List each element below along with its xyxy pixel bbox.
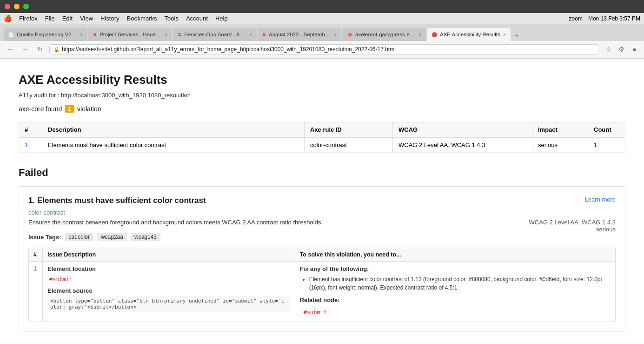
results-table: # Description Axe rule ID WCAG Impact Co… [19, 122, 625, 153]
issue-col-desc: Issue Description [43, 248, 295, 262]
tab-close-1[interactable]: × [80, 32, 83, 37]
violation-badge: 1 [65, 105, 74, 113]
issue-tag-wcag2aa: wcag2aa [97, 233, 127, 241]
tab-icon-so: ✖ [178, 32, 181, 37]
menubar-help[interactable]: Help [215, 15, 228, 22]
issue-tags-row: Issue Tags: cat.color wcag2aa wcag143 [28, 233, 616, 241]
cell-axe-rule: color-contrast [305, 137, 393, 153]
tab-title-6: AXE Accessibility Results [440, 32, 500, 37]
fix-item: Element has insufficient color contrast … [309, 275, 611, 292]
issue-tag-wcag143: wcag143 [131, 233, 160, 241]
tab-services-ops[interactable]: ✖ Services Ops Board - Agile Bo... × [173, 28, 257, 41]
forward-button[interactable]: → [20, 44, 31, 55]
tab-icon-ps: ✖ [93, 32, 97, 37]
issue-row-fix: Fix any of the following: Element has in… [295, 262, 615, 322]
page-title: AXE Accessibility Results [19, 73, 625, 87]
tab-august[interactable]: ✖ August 2022 - September 202... × [258, 28, 341, 41]
summary-prefix: axe-core found [19, 105, 62, 113]
violation-description: Ensures the contrast between foreground … [28, 219, 520, 226]
page-content: AXE Accessibility Results A11y audit for… [0, 59, 644, 344]
violation-number: 1. [28, 196, 35, 205]
col-header-wcag: WCAG [393, 122, 532, 138]
window-chrome [0, 0, 644, 13]
table-row: 1 Elements must have sufficient color co… [19, 137, 625, 153]
tab-close-5[interactable]: × [418, 32, 421, 37]
col-header-desc: Description [42, 122, 305, 138]
audit-url: A11y audit for : http://localhost:3000_w… [19, 92, 625, 99]
tab-quality-engineering[interactable]: 📄 Quality Engineering V2MOM 20... × [4, 28, 87, 41]
menubar-bookmarks[interactable]: Bookmarks [127, 15, 157, 22]
address-bar[interactable]: 🔒 https://sadeesh-sdet.github.io/Report_… [49, 44, 599, 54]
tab-title-4: August 2022 - September 202... [269, 32, 331, 37]
element-source-code: <button type="button" class="btn btn-pri… [47, 296, 290, 312]
refresh-button[interactable]: ↻ [34, 44, 46, 55]
menubar-right: zoom Mon 13 Feb 3:57 PM [569, 15, 640, 22]
tab-close-3[interactable]: × [249, 32, 252, 37]
summary-suffix: violation [77, 105, 101, 113]
nav-actions: ☆ ⚙ ≡ [603, 44, 639, 54]
traffic-lights [5, 4, 29, 9]
extensions-button[interactable]: ⚙ [616, 44, 626, 54]
os-menubar: 🍎 Firefox File Edit View History Bookmar… [0, 13, 644, 24]
issue-table-header-row: # Issue Description To solve this violat… [29, 248, 616, 262]
learn-more-link[interactable]: Learn more [585, 196, 616, 203]
issue-tag-catcolor: cat.color [65, 233, 93, 241]
failed-heading: Failed [19, 167, 625, 179]
table-header-row: # Description Axe rule ID WCAG Impact Co… [19, 122, 625, 138]
back-button[interactable]: ← [5, 44, 16, 55]
tab-icon-gh: 🐙 [347, 32, 352, 37]
violation-title: 1. Elements must have sufficient color c… [28, 196, 206, 205]
menubar-account[interactable]: Account [186, 15, 208, 22]
cell-count: 1 [588, 137, 625, 153]
audit-url-value: http://localhost:3000_with_1920,1080_res… [61, 92, 191, 99]
tab-title-5: axelerant-qa/cypress-e2e-auto... [355, 32, 416, 37]
issue-col-num: # [29, 248, 43, 262]
cell-impact: serious [532, 137, 588, 153]
issue-table-row: 1 Element location #submit Element sourc… [29, 262, 616, 322]
menubar-firefox[interactable]: Firefox [19, 15, 38, 22]
issue-col-fix: To solve this violation, you need to... [295, 248, 615, 262]
issue-row-desc: Element location #submit Element source … [43, 262, 295, 322]
apple-menu[interactable]: 🍎 [4, 15, 12, 22]
menubar-history[interactable]: History [100, 15, 119, 22]
new-tab-button[interactable]: + [511, 30, 523, 41]
violation-summary: axe-core found 1 violation [19, 105, 625, 113]
col-header-count: Count [588, 122, 625, 138]
cell-description: Elements must have sufficient color cont… [42, 137, 305, 153]
menubar-view[interactable]: View [80, 15, 93, 22]
element-location-code: #submit [47, 275, 75, 283]
tab-close-6[interactable]: × [503, 32, 506, 37]
element-source-label: Element source [47, 287, 290, 294]
violation-severity: serious [529, 226, 616, 233]
cell-wcag: WCAG 2 Level AA, WCAG 1.4.3 [393, 137, 532, 153]
fix-label: Fix any of the following: [300, 265, 611, 272]
close-button[interactable] [5, 4, 10, 9]
address-text: https://sadeesh-sdet.github.io/Report_al… [62, 46, 595, 53]
menubar-tools[interactable]: Tools [165, 15, 179, 22]
violation-wcag-info: WCAG 2 Level AA, WCAG 1.4.3 [529, 219, 616, 226]
tab-title-3: Services Ops Board - Agile Bo... [184, 32, 246, 37]
minimize-button[interactable] [14, 4, 20, 9]
tab-axelerant[interactable]: 🐙 axelerant-qa/cypress-e2e-auto... × [342, 28, 426, 41]
tab-icon-axe: 🔴 [432, 32, 437, 37]
issue-table: # Issue Description To solve this violat… [28, 248, 616, 322]
menubar-edit[interactable]: Edit [62, 15, 73, 22]
violation-title-text: Elements must have sufficient color cont… [37, 196, 206, 205]
bookmark-star-button[interactable]: ☆ [603, 44, 613, 54]
issue-tags-label: Issue Tags: [28, 234, 61, 241]
datetime-label: Mon 13 Feb 3:57 PM [588, 15, 640, 22]
browser-chrome: 📄 Quality Engineering V2MOM 20... × ✖ Pr… [0, 24, 644, 59]
audit-label: A11y audit for : [19, 92, 59, 99]
tab-close-2[interactable]: × [165, 32, 167, 37]
col-header-num: # [19, 122, 42, 138]
tab-project-services[interactable]: ✖ Project Services - Issue Types... × [88, 28, 172, 41]
tab-icon-doc: 📄 [8, 32, 14, 37]
menu-button[interactable]: ≡ [629, 44, 639, 54]
tab-axe-results[interactable]: 🔴 AXE Accessibility Results × [427, 28, 511, 41]
issue-row-num: 1 [29, 262, 43, 322]
menubar-file[interactable]: File [45, 15, 55, 22]
col-header-impact: Impact [532, 122, 588, 138]
maximize-button[interactable] [23, 4, 29, 9]
row-num-link[interactable]: 1 [25, 142, 28, 148]
tab-close-4[interactable]: × [334, 32, 337, 37]
